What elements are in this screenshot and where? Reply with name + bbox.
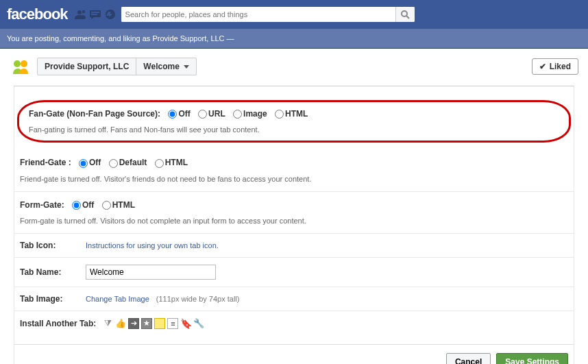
fan-gate-section: Fan-Gate (Non-Fan Page Source): Off URL … <box>17 100 571 143</box>
posting-as-bar: You are posting, commenting, and liking … <box>0 29 588 49</box>
fan-gate-radio-url[interactable] <box>198 110 207 119</box>
footer-actions: Cancel Save Settings <box>14 344 574 364</box>
install-tab-label: Install Another Tab: <box>20 319 96 328</box>
fan-gate-radio-image[interactable] <box>233 110 242 119</box>
tab-icon-label: Tab Icon: <box>20 241 79 250</box>
page-name-button[interactable]: Provide Support, LLC <box>38 58 136 75</box>
friend-gate-radio-off[interactable] <box>79 159 88 168</box>
star-icon[interactable]: ★ <box>141 318 152 329</box>
friend-requests-icon[interactable] <box>73 8 87 21</box>
page-header: Provide Support, LLC Welcome ✔ Liked <box>10 56 578 77</box>
fan-gate-label: Fan-Gate (Non-Fan Page Source): <box>29 109 160 119</box>
save-settings-button[interactable]: Save Settings <box>496 353 568 364</box>
svg-line-3 <box>406 16 409 19</box>
page-icon[interactable]: ≡ <box>167 318 178 329</box>
friend-gate-row: Friend-Gate : Off Default HTML <box>20 158 568 167</box>
form-gate-section: Form-Gate: Off HTML Form-gate is turned … <box>14 192 574 234</box>
page-avatar[interactable] <box>10 56 32 77</box>
notifications-icon[interactable] <box>103 8 117 21</box>
friend-gate-help: Friend-gate is turned off. Visitor's fri… <box>20 175 568 183</box>
wrench-icon[interactable]: 🔧 <box>193 318 204 329</box>
svg-point-0 <box>82 10 84 13</box>
posting-as-text: You are posting, commenting, and liking … <box>7 34 234 43</box>
friend-gate-radio-html[interactable] <box>155 159 164 168</box>
tab-dropdown-label: Welcome <box>143 62 179 71</box>
search-button[interactable] <box>395 7 415 22</box>
tab-name-input[interactable] <box>86 265 216 280</box>
friend-gate-section: Friend-Gate : Off Default HTML Friend-ga… <box>14 149 574 191</box>
tab-image-link[interactable]: Change Tab Image <box>86 295 149 303</box>
thumb-up-icon[interactable]: 👍 <box>115 318 126 329</box>
tab-name-label: Tab Name: <box>20 267 79 277</box>
liked-button[interactable]: ✔ Liked <box>532 58 578 75</box>
form-gate-help: Form-gate is turned off. Visitors do not… <box>20 217 568 225</box>
facebook-logo[interactable]: facebook <box>7 5 68 23</box>
form-gate-label: Form-Gate: <box>20 200 64 210</box>
fan-gate-help: Fan-gating is turned off. Fans and Non-f… <box>29 125 559 134</box>
fan-gate-radio-html[interactable] <box>275 110 284 119</box>
check-icon: ✔ <box>539 62 546 71</box>
topbar: facebook <box>0 0 588 29</box>
friend-gate-opt-off: Off <box>89 158 101 167</box>
tab-icon-link[interactable]: Instructions for using your own tab icon… <box>86 241 219 250</box>
search-wrap <box>121 7 415 22</box>
arrow-right-icon[interactable]: ➔ <box>128 318 139 329</box>
liked-label: Liked <box>550 62 571 71</box>
top-nav-icons <box>73 8 117 21</box>
install-tab-row: Install Another Tab: ⧩ 👍 ➔ ★ ≡ 🔖 🔧 <box>14 311 574 339</box>
fan-gate-radio-off[interactable] <box>168 110 177 119</box>
fan-gate-opt-off: Off <box>178 109 190 119</box>
tab-dropdown[interactable]: Welcome <box>136 58 195 75</box>
bookmark-icon[interactable]: 🔖 <box>180 318 191 329</box>
fan-gate-opt-html: HTML <box>285 109 308 119</box>
tab-image-hint: (111px wide by 74px tall) <box>156 295 240 303</box>
search-input[interactable] <box>121 7 395 22</box>
note-icon[interactable] <box>154 318 165 329</box>
form-gate-row: Form-Gate: Off HTML <box>20 200 568 210</box>
friend-gate-radio-default[interactable] <box>109 159 118 168</box>
tab-image-label: Tab Image: <box>20 294 79 304</box>
search-icon <box>401 10 410 19</box>
form-gate-opt-html: HTML <box>112 200 135 210</box>
svg-point-5 <box>21 60 27 67</box>
tab-icon-row: Tab Icon: Instructions for using your ow… <box>14 234 574 258</box>
messages-icon[interactable] <box>88 8 102 21</box>
tab-image-row: Tab Image: Change Tab Image (111px wide … <box>14 287 574 311</box>
tab-name-row: Tab Name: <box>14 258 574 287</box>
fan-gate-opt-url: URL <box>208 109 225 119</box>
page-container: Provide Support, LLC Welcome ✔ Liked Fan… <box>0 49 588 364</box>
form-gate-opt-off: Off <box>82 200 94 210</box>
friend-gate-opt-html: HTML <box>165 158 188 167</box>
form-gate-radio-html[interactable] <box>102 201 111 210</box>
svg-point-2 <box>402 11 407 16</box>
form-gate-radio-off[interactable] <box>72 201 81 210</box>
cancel-button[interactable]: Cancel <box>446 353 491 364</box>
svg-point-4 <box>14 60 21 67</box>
funnel-icon[interactable]: ⧩ <box>102 318 113 329</box>
friend-gate-label: Friend-Gate : <box>20 158 71 167</box>
page-nav: Provide Support, LLC Welcome <box>37 58 197 75</box>
fan-gate-row: Fan-Gate (Non-Fan Page Source): Off URL … <box>29 109 559 119</box>
settings-panel: Fan-Gate (Non-Fan Page Source): Off URL … <box>14 86 574 364</box>
fan-gate-opt-image: Image <box>243 109 267 119</box>
friend-gate-opt-default: Default <box>119 158 147 167</box>
